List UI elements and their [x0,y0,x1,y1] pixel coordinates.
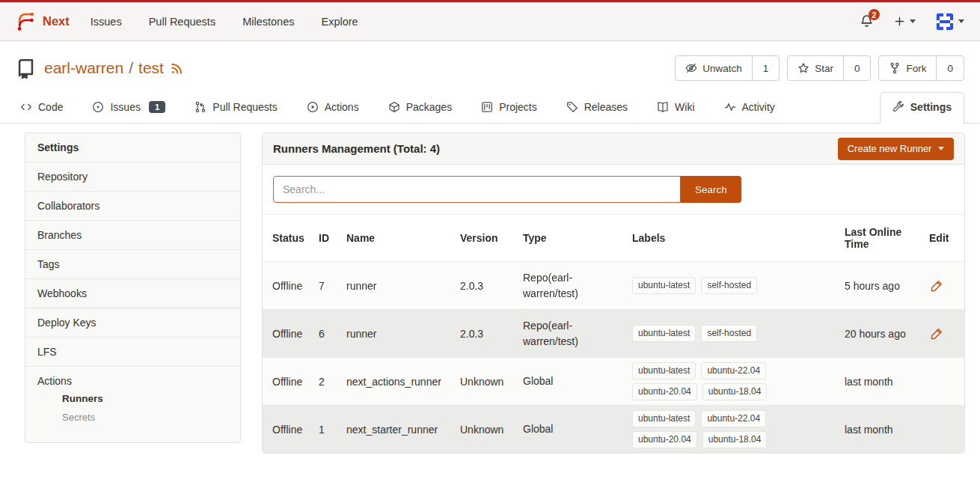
tab-code[interactable]: Code [16,93,67,123]
star-label: Star [815,63,833,74]
fork-button[interactable]: Fork [879,56,936,80]
settings-sidebar: Settings RepositoryCollaboratorsBranches… [25,132,241,443]
runner-id: 6 [319,328,346,340]
create-new-runner-label: Create new Runner [848,143,932,154]
user-menu-button[interactable] [936,13,964,31]
runner-type: Repo(earl-warren/test) [523,270,632,301]
repo-separator: / [129,59,133,77]
tab-label: Wiki [675,101,694,113]
panel-title: Runners Management (Total: 4) [273,142,440,155]
column-header-edit: Edit [929,232,955,244]
sidebar-item-collaborators[interactable]: Collaborators [25,191,240,220]
table-row: Offline6runner2.0.3Repo(earl-warren/test… [263,309,964,357]
search-button[interactable]: Search [681,176,741,203]
sidebar-item-repository[interactable]: Repository [25,162,240,191]
caret-down-icon [910,19,916,23]
tab-settings[interactable]: Settings [880,92,964,123]
sidebar-item-secrets[interactable]: Secrets [37,408,228,427]
runner-label-tag: ubuntu-20.04 [632,383,697,400]
create-new-runner-button[interactable]: Create new Runner [838,138,955,160]
sidebar-group-actions[interactable]: ActionsRunnersSecrets [25,366,240,442]
runner-label-tag: ubuntu-latest [632,277,696,294]
sidebar-group-label: Actions [37,375,228,387]
issues-count-badge: 1 [149,101,165,113]
tab-label: Packages [406,101,452,113]
runner-label-tag: ubuntu-latest [632,362,696,379]
edit-runner-button[interactable] [929,326,945,341]
sidebar-item-runners[interactable]: Runners [37,389,228,408]
rss-icon[interactable] [171,61,184,75]
repo-icon [16,58,36,79]
tab-actions[interactable]: Actions [302,93,364,123]
sidebar-item-webhooks[interactable]: Webhooks [25,278,240,308]
column-header-version: Version [460,232,523,244]
runner-last-online: 5 hours ago [845,280,929,292]
navbar-right: 2 [860,13,964,31]
runner-label-tag: ubuntu-22.04 [701,362,766,379]
tab-releases[interactable]: Releases [562,93,632,123]
sidebar-item-tags[interactable]: Tags [25,249,240,278]
runner-version: 2.0.3 [460,328,523,340]
runner-version: 2.0.3 [460,280,523,292]
runner-label-tag: ubuntu-22.04 [701,410,766,427]
table-row: Offline2next_actions_runnerUnknownGlobal… [263,357,964,405]
repo-name-link[interactable]: test [138,59,164,77]
notifications-button[interactable]: 2 [860,14,874,28]
column-header-type: Type [523,232,632,244]
pulse-icon [724,101,736,113]
pencil-icon [931,279,943,292]
fork-label: Fork [906,63,926,74]
sidebar-sub-menu: RunnersSecrets [37,387,228,434]
runner-label-tag: ubuntu-latest [632,410,696,427]
tab-label: Issues [110,101,140,113]
pencil-icon [931,327,943,340]
search-input[interactable] [273,176,681,203]
runner-type: Repo(earl-warren/test) [523,318,632,349]
tab-issues[interactable]: Issues1 [88,93,170,123]
brand-name: Next [43,14,70,28]
runner-last-online: last month [845,424,929,436]
runner-status: Offline [272,424,319,436]
nav-link-milestones[interactable]: Milestones [242,16,294,28]
sidebar-item-deploy-keys[interactable]: Deploy Keys [25,308,240,337]
code-icon [20,101,32,113]
create-new-button[interactable] [894,16,916,27]
tab-label: Actions [325,101,359,113]
tab-wiki[interactable]: Wiki [652,93,699,123]
package-icon [388,101,400,113]
unwatch-count[interactable]: 1 [752,56,780,80]
nav-link-explore[interactable]: Explore [321,16,358,28]
home-link[interactable]: Next [16,11,70,31]
eye-slash-icon [685,62,697,74]
nav-link-pull-requests[interactable]: Pull Requests [149,16,215,28]
edit-runner-button[interactable] [929,278,945,293]
repo-owner-link[interactable]: earl-warren [44,59,123,77]
star-button[interactable]: Star [788,56,843,80]
tab-projects[interactable]: Projects [477,93,542,123]
tab-packages[interactable]: Packages [384,93,456,123]
plus-icon [894,16,905,27]
sidebar-item-branches[interactable]: Branches [25,220,240,249]
runner-id: 1 [319,424,346,436]
column-header-status: Status [272,232,319,244]
fork-count[interactable]: 0 [936,56,964,80]
unwatch-button[interactable]: Unwatch [676,56,752,80]
repo-tabbar: CodeIssues1Pull RequestsActionsPackagesP… [0,92,980,123]
fork-button-group: Fork0 [878,55,964,81]
search-row: Search [263,165,964,215]
sidebar-item-lfs[interactable]: LFS [25,337,240,366]
runners-table-header: StatusIDNameVersionTypeLabelsLast Online… [263,215,964,261]
project-icon [481,101,493,113]
runner-id: 7 [319,280,346,292]
runners-panel: Runners Management (Total: 4) Create new… [262,132,965,454]
runner-labels: ubuntu-latestself-hosted [632,325,785,342]
star-count[interactable]: 0 [843,56,871,80]
star-icon [797,62,809,74]
nav-link-issues[interactable]: Issues [91,16,122,28]
tab-pull-requests[interactable]: Pull Requests [190,93,281,123]
tab-activity[interactable]: Activity [720,93,780,123]
sidebar-header: Settings [25,133,240,162]
runner-labels: ubuntu-latestubuntu-22.04ubuntu-20.04ubu… [632,362,785,400]
settings-menu: Settings RepositoryCollaboratorsBranches… [25,132,241,443]
runner-label-tag: self-hosted [701,277,757,294]
